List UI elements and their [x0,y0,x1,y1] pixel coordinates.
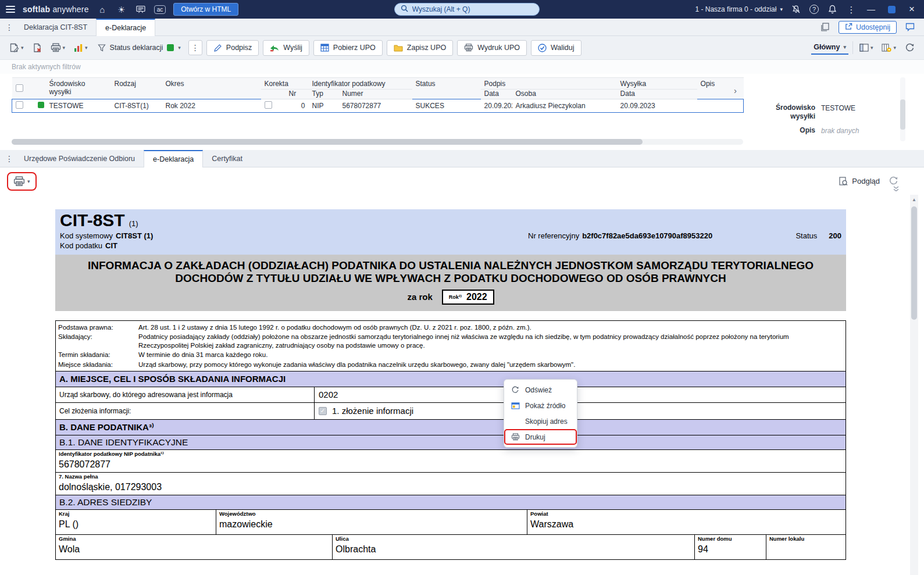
col-wysylka-data[interactable]: Data [617,90,697,99]
nip-field: Identyfikator podatkowy NIP podatnika¹⁾ … [55,449,846,473]
status-filter[interactable]: Status deklaracji ▾ [94,44,184,52]
col-rodzaj[interactable]: Rodzaj [111,78,162,99]
chat-icon[interactable] [904,22,916,33]
preview-button[interactable]: Podgląd [839,177,880,186]
chart-button[interactable]: ▾ [72,42,90,54]
columns-settings-button[interactable]: ▾ [879,42,898,54]
cell-srodowisko: TESTOWE [46,99,111,113]
delete-declaration-button[interactable] [30,41,44,54]
ac-icon[interactable]: ac [154,5,166,14]
search-input[interactable] [412,5,533,13]
col-typ[interactable]: Typ [309,90,339,99]
cell-numer: 5678072877 [339,99,412,113]
tab-upo[interactable]: Urzędowe Poświadczenie Odbioru [15,150,144,167]
col-podpis-data[interactable]: Data [481,90,512,99]
document-preview-area: CIT-8ST (1) Kod systemowyCIT8ST (1) Nr r… [0,195,924,575]
menu-item-odswiez[interactable]: Odśwież [504,382,577,398]
za-rok-label: za rok [407,292,432,302]
col-wysylka[interactable]: Wysyłka [617,78,697,90]
col-srodowisko[interactable]: Środowisko wysyłki [46,78,111,99]
scrollbar-thumb[interactable] [900,99,905,130]
vertical-scrollbar[interactable]: ▲ [910,195,918,575]
kebab-menu-icon[interactable]: ⋮ [845,3,857,15]
close-button[interactable]: × [905,3,918,16]
save-upo-button[interactable]: Zapisz UPO [387,40,453,56]
horizontal-scrollbar[interactable] [12,139,743,145]
details-srodowisko-value: TESTOWE [821,103,855,112]
tab-certyfikat[interactable]: Certyfikat [203,150,251,167]
cell-opis [697,99,744,113]
section-b-header: B. DANE PODATNIKA³⁾ [55,419,846,435]
send-button[interactable]: Wyślij [263,40,309,56]
board-icon[interactable] [135,3,147,15]
korekta-checkbox[interactable] [265,101,272,109]
notifications-muted-icon[interactable] [790,3,802,15]
tab-deklaracja-cit8st[interactable]: Deklaracja CIT-8ST [15,19,96,35]
kebab-menu-icon[interactable]: ⋮ [3,154,15,163]
print-button[interactable]: ▾ [13,176,30,187]
select-all-checkbox[interactable] [16,84,23,92]
minimize-button[interactable]: — [865,3,877,16]
open-in-html-button[interactable]: Otwórz w HTML [173,3,238,16]
row-checkbox[interactable] [16,101,23,109]
form-main-title: INFORMACJA O ZAKŁADACH (ODDZIAŁACH) PODA… [55,259,846,285]
legal-text: W terminie do dnia 31 marca każdego roku… [138,350,845,359]
pages-icon[interactable] [819,22,831,33]
legal-label: Składający: [56,332,138,350]
kebab-menu-icon[interactable]: ⋮ [3,23,15,32]
tab-edeklaracja[interactable]: e-Deklaracja [144,150,203,167]
home-icon[interactable]: ⌂ [97,3,108,15]
maximize-button[interactable] [885,3,898,16]
collapse-panel-icon[interactable] [893,184,900,195]
company-selector[interactable]: 1 - Nasza firma 0 - oddział ▾ [695,5,783,13]
validate-button[interactable]: Waliduj [531,40,581,56]
expand-row-icon[interactable]: › [734,85,737,95]
share-button[interactable]: Udostępnij [839,21,897,34]
send-icon [270,44,279,52]
cel-zlozenia-value: 1. złożenie informacji [332,406,413,416]
scrollbar-thumb[interactable] [12,139,643,145]
print-upo-button[interactable]: Wydruk UPO [457,40,527,56]
grid-vertical-scrollbar[interactable] [900,77,905,141]
col-status[interactable]: Status [412,78,481,99]
scrollbar-thumb[interactable] [911,206,917,320]
toolbar: ▾ ▾ ▾ Status deklaracji ▾ ⋮ Podpisz Wyśl… [0,36,924,60]
form-title: CIT-8ST [60,211,125,230]
sign-button[interactable]: Podpisz [206,40,259,56]
search-box[interactable] [394,3,540,16]
preview-toolbar: ▾ Podgląd [0,167,924,195]
tab-edeklaracje[interactable]: e-Deklaracje [96,19,155,36]
col-identyfikator[interactable]: Identyfikator podatkowy [309,78,412,90]
cell-okres: Rok 2022 [162,99,261,113]
chevron-down-icon: ▾ [893,45,896,51]
col-podpis[interactable]: Podpis [481,78,617,90]
print-list-button[interactable]: ▾ [48,41,68,54]
legal-text: Art. 28 ust. 1 i 2 ustawy z dnia 15 lute… [138,323,845,332]
refresh-button[interactable] [902,41,917,55]
col-okres[interactable]: Okres [162,78,261,99]
col-korekta[interactable]: Korekta [261,78,309,90]
col-nr[interactable]: Nr [286,90,309,99]
layout-button[interactable]: ▾ [857,42,876,53]
menu-icon[interactable] [6,6,15,13]
theme-icon[interactable]: ☀ [116,3,127,15]
view-selector[interactable]: Główny ▾ [811,41,848,55]
menu-item-skopiuj-adres[interactable]: Skopiuj adres [504,413,577,429]
menu-item-drukuj[interactable]: Drukuj [504,429,577,445]
col-numer[interactable]: Numer [339,90,412,99]
bell-icon[interactable] [826,3,838,15]
table-row[interactable]: TESTOWE CIT-8ST(1) Rok 2022 0 NIP 567807… [12,99,744,113]
download-upo-button[interactable]: Pobierz UPO [313,40,383,56]
refresh-icon [511,386,520,394]
menu-item-pokaz-zrodlo[interactable]: Pokaż źródło [504,398,577,413]
col-podpis-osoba[interactable]: Osoba [512,90,617,99]
more-actions-button[interactable]: ⋮ [188,40,202,55]
button-label: Wydruk UPO [477,44,520,52]
section-b1-header: B.1. DANE IDENTYFIKACYJNE [55,435,846,450]
help-icon[interactable]: ? [809,5,819,14]
new-declaration-button[interactable]: ▾ [7,41,26,54]
tab-label: e-Deklaracja [153,155,194,163]
preview-icon [839,177,848,186]
urzad-skarbowy-label: Urząd skarbowy, do którego adresowana je… [56,387,315,402]
scroll-up-icon[interactable]: ▲ [910,195,918,204]
